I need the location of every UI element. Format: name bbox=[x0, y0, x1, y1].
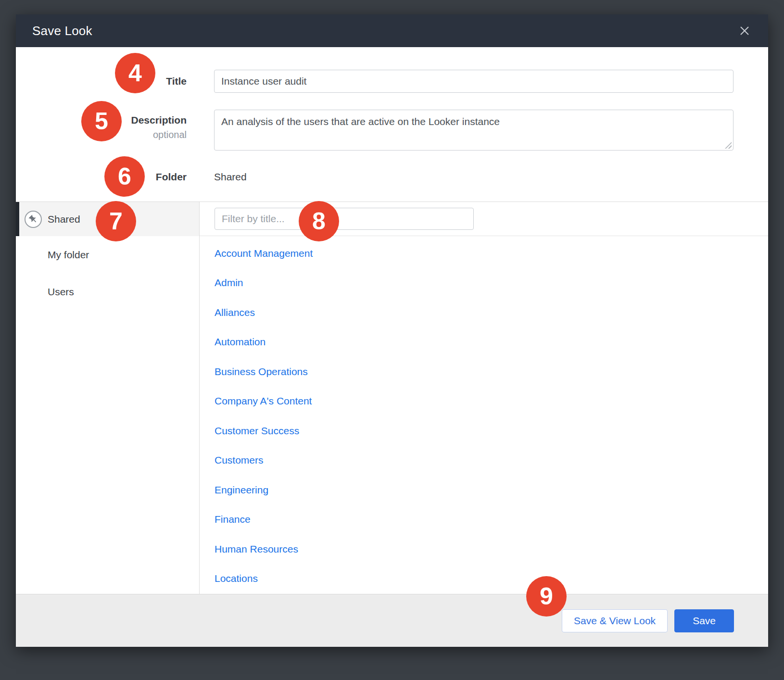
folder-link[interactable]: Human Resources bbox=[200, 534, 298, 564]
filter-bar bbox=[200, 202, 768, 236]
folder-link[interactable]: Alliances bbox=[200, 298, 255, 327]
folder-browser: Shared My folder Users Account Managemen… bbox=[16, 201, 768, 594]
sidebar-item-label: Users bbox=[48, 286, 74, 298]
folder-panel: Account Management Admin Alliances Autom… bbox=[200, 202, 768, 594]
folder-link[interactable]: Account Management bbox=[200, 239, 313, 268]
callout-badge-9: 9 bbox=[526, 576, 567, 617]
sidebar-item-label: Shared bbox=[48, 214, 80, 225]
sidebar-item-label: My folder bbox=[48, 249, 89, 261]
dialog-header: Save Look bbox=[16, 14, 768, 47]
callout-badge-4: 4 bbox=[115, 53, 155, 93]
folder-link[interactable]: Customer Success bbox=[200, 416, 299, 446]
title-input[interactable] bbox=[214, 70, 733, 93]
folder-list: Account Management Admin Alliances Autom… bbox=[200, 236, 768, 593]
title-label: Title bbox=[166, 76, 187, 87]
description-row: Description optional An analysis of the … bbox=[16, 110, 768, 151]
folder-link[interactable]: Business Operations bbox=[200, 357, 308, 387]
filter-by-title-input[interactable] bbox=[215, 208, 474, 230]
dialog-title: Save Look bbox=[32, 24, 92, 38]
selected-indicator-bar bbox=[16, 202, 19, 236]
callout-badge-7: 7 bbox=[96, 201, 136, 241]
folder-label: Folder bbox=[156, 171, 187, 182]
folder-link[interactable]: Finance bbox=[200, 505, 251, 535]
save-and-view-look-button[interactable]: Save & View Look bbox=[562, 609, 668, 632]
screen-background: Save Look Title Descripti bbox=[0, 0, 784, 680]
callout-badge-5: 5 bbox=[81, 101, 122, 141]
folder-link[interactable]: Customers bbox=[200, 446, 264, 476]
dialog-footer: Save & View Look Save bbox=[16, 594, 768, 647]
folder-link[interactable]: Automation bbox=[200, 327, 266, 357]
pin-icon bbox=[25, 211, 42, 228]
sidebar-item-my-folder[interactable]: My folder bbox=[16, 236, 199, 273]
save-look-dialog: Save Look Title Descripti bbox=[16, 14, 768, 647]
close-icon bbox=[737, 24, 752, 38]
folder-selected-value: Shared bbox=[214, 171, 247, 183]
folder-link[interactable]: Admin bbox=[200, 268, 243, 298]
folder-sidebar: Shared My folder Users bbox=[16, 202, 200, 594]
close-button[interactable] bbox=[737, 24, 752, 38]
description-input[interactable]: An analysis of the users that are active… bbox=[214, 110, 733, 151]
sidebar-item-users[interactable]: Users bbox=[16, 273, 199, 310]
callout-badge-8: 8 bbox=[299, 201, 339, 241]
save-button[interactable]: Save bbox=[674, 609, 734, 632]
folder-link[interactable]: Locations bbox=[200, 564, 258, 594]
callout-badge-6: 6 bbox=[104, 156, 145, 197]
folder-link[interactable]: Company A's Content bbox=[200, 387, 312, 416]
folder-link[interactable]: Engineering bbox=[200, 475, 268, 505]
